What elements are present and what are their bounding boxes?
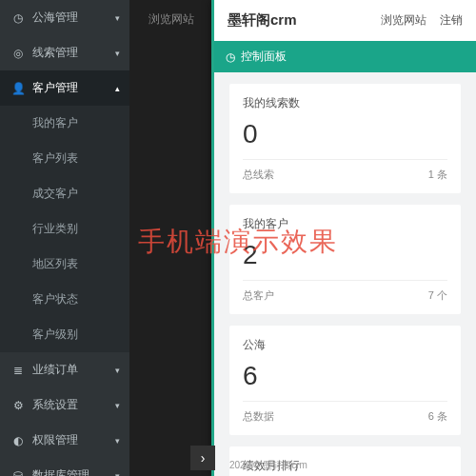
sidebar-item-kehu[interactable]: 👤 客户管理 ▴: [0, 70, 129, 106]
chevron-down-icon: ▾: [115, 401, 120, 410]
sidebar-item-label: 业绩订单: [32, 362, 78, 378]
footer-value: 6 条: [428, 409, 447, 424]
chevron-down-icon: ▾: [115, 471, 120, 477]
gear-icon: ⚙: [11, 399, 25, 412]
footer-label: 总线索: [243, 168, 274, 182]
sub-region[interactable]: 地区列表: [0, 247, 129, 282]
user-icon: 👤: [11, 82, 25, 95]
sidebar-item-label: 系统设置: [32, 397, 78, 413]
shield-icon: ◐: [11, 434, 25, 447]
sidebar: ◷ 公海管理 ▾ ◎ 线索管理 ▾ 👤 客户管理 ▴ 我的客户 客户列表 成交客…: [0, 0, 129, 476]
card-footer: 总数据 6 条: [243, 401, 447, 424]
card-leads: 我的线索数 0 总线索 1 条: [229, 84, 461, 193]
footer-value: 1 条: [428, 168, 447, 182]
dashboard-icon: ◷: [226, 50, 235, 64]
footer-label: 总客户: [243, 288, 274, 303]
card-value: 0: [243, 119, 447, 149]
card-title: 公海: [243, 337, 447, 353]
sub-level[interactable]: 客户级别: [0, 317, 129, 352]
stack-icon: ≣: [11, 364, 25, 377]
card-customers: 我的客户 2 总客户 7 个: [229, 205, 461, 314]
chevron-down-icon: ▾: [115, 366, 120, 375]
sidebar-item-label: 权限管理: [32, 432, 78, 448]
mobile-header-links: 浏览网站 注销: [381, 12, 463, 29]
card-footer: 总线索 1 条: [243, 159, 447, 182]
card-value: 6: [243, 361, 447, 391]
chevron-down-icon: ▾: [115, 13, 120, 23]
database-icon: ⛁: [11, 469, 25, 477]
mobile-header: 墨轩阁crm 浏览网站 注销: [214, 0, 476, 41]
chevron-down-icon: ▾: [115, 49, 120, 58]
sub-deal-customers[interactable]: 成交客户: [0, 176, 129, 211]
footer-value: 7 个: [428, 288, 447, 303]
mobile-title: 墨轩阁crm: [228, 11, 297, 30]
chevron-right-icon: ›: [201, 450, 206, 466]
globe-icon: ◷: [11, 11, 25, 25]
browse-link[interactable]: 浏览网站: [381, 12, 426, 29]
sidebar-submenu: 我的客户 客户列表 成交客户 行业类别 地区列表 客户状态 客户级别: [0, 106, 129, 352]
sub-industry[interactable]: 行业类别: [0, 211, 129, 247]
card-footer: 总客户 7 个: [243, 280, 447, 303]
sub-customer-list[interactable]: 客户列表: [0, 141, 129, 176]
dark-browse-link[interactable]: 浏览网站: [149, 11, 194, 28]
sidebar-item-label: 数据库管理: [32, 467, 89, 476]
sidebar-item-label: 客户管理: [32, 80, 78, 96]
sub-my-customers[interactable]: 我的客户: [0, 106, 129, 141]
tab-label: 控制面板: [241, 49, 287, 65]
expand-button[interactable]: ›: [190, 446, 215, 470]
sidebar-item-permission[interactable]: ◐ 权限管理 ▾: [0, 423, 129, 458]
chevron-up-icon: ▴: [115, 84, 120, 93]
card-gonghai: 公海 6 总数据 6 条: [229, 326, 461, 435]
logout-link[interactable]: 注销: [440, 12, 463, 29]
mobile-preview-panel: 墨轩阁crm 浏览网站 注销 ◷ 控制面板 我的线索数 0 总线索 1 条 我的…: [211, 0, 476, 476]
card-title: 我的客户: [243, 216, 447, 232]
sub-status[interactable]: 客户状态: [0, 282, 129, 317]
chevron-down-icon: ▾: [115, 436, 120, 446]
sidebar-item-gonghai[interactable]: ◷ 公海管理 ▾: [0, 0, 129, 35]
card-title: 我的线索数: [243, 95, 447, 111]
tab-dashboard[interactable]: ◷ 控制面板: [214, 41, 476, 72]
card-value: 2: [243, 240, 447, 270]
sidebar-item-yeji[interactable]: ≣ 业绩订单 ▾: [0, 352, 129, 387]
sidebar-item-label: 公海管理: [32, 10, 78, 26]
sidebar-item-label: 线索管理: [32, 45, 78, 61]
sidebar-item-system[interactable]: ⚙ 系统设置 ▾: [0, 387, 129, 423]
sidebar-item-database[interactable]: ⛁ 数据库管理 ▾: [0, 458, 129, 476]
sidebar-item-xiansuo[interactable]: ◎ 线索管理 ▾: [0, 35, 129, 70]
mobile-footer: 2020 © 墨轩阁crm: [229, 459, 307, 472]
target-icon: ◎: [11, 47, 25, 60]
mobile-content: 我的线索数 0 总线索 1 条 我的客户 2 总客户 7 个 公海 6 总数据 …: [214, 72, 476, 476]
footer-label: 总数据: [243, 409, 274, 424]
